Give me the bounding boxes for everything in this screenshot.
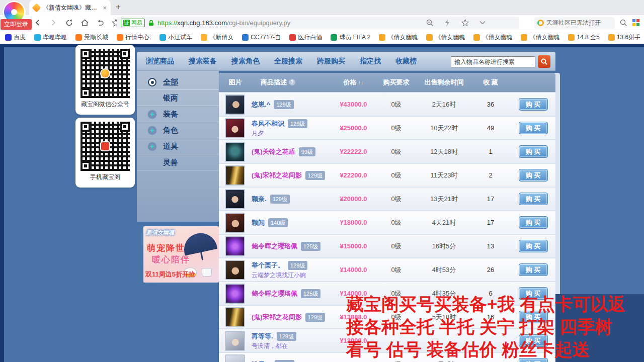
category-item[interactable]: 全部: [137, 74, 219, 90]
item-name[interactable]: 鲍令晖之璎珞佩: [252, 290, 297, 297]
bookmark-item[interactable]: 《新倩女: [201, 33, 233, 42]
item-thumbnail[interactable]: [225, 189, 245, 209]
reload-icon[interactable]: [64, 18, 73, 27]
item-thumbnail[interactable]: [225, 354, 245, 362]
bookmark-item[interactable]: 《倩女幽魂: [473, 33, 512, 42]
goods-row[interactable]: 悠崽.^129级 ¥43000.0 0级 2天16时 36 购买: [219, 93, 555, 116]
back-icon[interactable]: [33, 18, 42, 27]
category-item[interactable]: + 角色: [137, 122, 219, 138]
nav-item[interactable]: 收藏榜: [395, 57, 417, 66]
goods-row[interactable]: 举个栗子。129级 云端梦之境找江小婉 ¥14000.0 0级 4时53分 26…: [219, 258, 555, 281]
tab-close-icon[interactable]: ×: [103, 4, 107, 12]
nav-item[interactable]: 指定找: [360, 57, 381, 66]
level-badge: 125级: [301, 289, 320, 298]
goods-row[interactable]: 颗奈.129级 ¥20000.0 0级 13天21时 17 购买: [219, 188, 555, 210]
tab-favicon-icon: [32, 3, 41, 12]
item-name[interactable]: 颗奈.: [252, 195, 267, 203]
bookmark-item[interactable]: 14.8 全5: [568, 33, 599, 42]
goods-row[interactable]: (鬼)关铃之花盾99级 ¥22222.0 0级 12天18时 1 购买: [219, 140, 555, 163]
nav-item[interactable]: 跨服购买: [317, 57, 345, 66]
item-name[interactable]: 举个栗子。: [252, 261, 284, 269]
buy-button[interactable]: 购买: [519, 263, 548, 276]
bookmark-item[interactable]: 13.6射手: [608, 33, 640, 42]
buy-button[interactable]: 购买: [519, 145, 548, 158]
ad-banner[interactable]: 新倩女幽魂 萌宠降世 暖心陪伴 双11周边5折开抢: [143, 226, 219, 283]
apps-grid-icon[interactable]: [632, 19, 639, 26]
help-icon[interactable]: ?: [289, 79, 295, 85]
item-thumbnail[interactable]: [225, 213, 245, 233]
browser-search-box[interactable]: 天涯社区已无法打开: [534, 17, 615, 29]
item-price: ¥25000.0: [332, 124, 375, 132]
bookmark-star-icon[interactable]: [460, 18, 469, 27]
item-thumbnail[interactable]: [225, 95, 245, 115]
home-icon[interactable]: [80, 18, 89, 27]
item-search-button[interactable]: [538, 55, 550, 68]
item-thumbnail[interactable]: [225, 307, 245, 327]
goods-row[interactable]: 颗闻140级 ¥18000.0 0级 4天21时 17 购买: [219, 211, 555, 234]
bookmark-item[interactable]: 哔哩哔哩: [34, 33, 67, 42]
bookmark-item[interactable]: 《倩女幽魂: [426, 33, 465, 42]
item-thumbnail[interactable]: [225, 142, 245, 162]
buy-button[interactable]: 购买: [519, 98, 548, 111]
new-tab-button[interactable]: +: [116, 2, 121, 12]
item-thumbnail[interactable]: [225, 331, 245, 351]
item-thumbnail[interactable]: [225, 165, 245, 186]
buy-button[interactable]: 购买: [519, 122, 548, 134]
zoom-page-icon[interactable]: [425, 18, 434, 27]
expand-plus-icon: +: [148, 126, 156, 135]
category-item[interactable]: + 装备: [137, 106, 219, 122]
buy-button[interactable]: 购买: [519, 216, 548, 229]
buy-button[interactable]: 购买: [519, 240, 548, 252]
bookmark-item[interactable]: CC7717-自: [242, 33, 281, 42]
bookmark-item[interactable]: 行情中心:: [117, 33, 151, 42]
item-thumbnail[interactable]: [225, 260, 245, 280]
bookmark-item[interactable]: 球员 FIFA 2: [331, 33, 370, 42]
item-search-input[interactable]: [451, 56, 535, 67]
search-magnifier-icon[interactable]: [620, 19, 627, 27]
item-name[interactable]: 颗闻: [252, 219, 265, 226]
chevron-down-icon[interactable]: [478, 18, 487, 27]
category-item[interactable]: 灵兽: [137, 154, 219, 170]
ad-game-logo: 新倩女幽魂: [146, 229, 174, 236]
item-name[interactable]: 春风不相识: [252, 120, 284, 127]
item-name[interactable]: 悠崽.^: [252, 101, 270, 108]
category-item[interactable]: 银两: [137, 90, 219, 106]
item-description: 春风不相识129级 月夕: [252, 119, 332, 137]
bookmark-favicon-icon: [159, 34, 166, 41]
goods-row[interactable]: 春风不相识129级 月夕 ¥25000.0 0级 10天22时 49 购买: [219, 117, 555, 139]
bookmark-item[interactable]: 《倩女幽魂: [521, 33, 559, 42]
undo-icon[interactable]: [96, 18, 105, 27]
goods-row[interactable]: 鲍令晖之璎珞佩125级 ¥15000.0 0级 16时5分 13 购买: [219, 235, 555, 257]
item-name[interactable]: (鬼)宋祁之花间影: [252, 171, 302, 179]
buy-button[interactable]: 购买: [519, 193, 548, 205]
nav-item[interactable]: 搜索角色: [231, 57, 260, 66]
bookmark-item[interactable]: 小汪试车: [159, 33, 192, 42]
item-thumbnail[interactable]: [225, 118, 245, 138]
item-name[interactable]: 再等等.: [252, 332, 273, 340]
bookmark-favicon-icon: [201, 34, 207, 41]
login-badge[interactable]: 立即登录: [1, 19, 32, 30]
price-sort-header[interactable]: 价格↑↓: [332, 78, 375, 87]
extension-lightning-icon[interactable]: [443, 18, 452, 27]
bookmark-item[interactable]: 百度: [5, 33, 26, 42]
forward-icon[interactable]: [49, 18, 58, 27]
bookmark-item[interactable]: 医疗白酒: [289, 33, 322, 42]
item-thumbnail[interactable]: [225, 236, 245, 256]
item-name[interactable]: (鬼)宋祁之花间影: [252, 313, 302, 321]
time-remaining: 4天21时: [418, 218, 470, 227]
item-name[interactable]: 鲍令晖之璎珞佩: [252, 242, 297, 250]
time-remaining: 12天18时: [418, 147, 470, 156]
nav-item[interactable]: 搜索装备: [189, 57, 217, 66]
nav-item[interactable]: 全服搜索: [274, 57, 302, 66]
bookmark-item[interactable]: 《倩女幽魂: [379, 33, 418, 42]
nav-item[interactable]: 浏览商品: [146, 57, 174, 66]
buy-button[interactable]: 购买: [519, 169, 548, 182]
goods-row[interactable]: (鬼)宋祁之花间影129级 ¥22200.0 0级 11天23时 2 购买: [219, 164, 555, 187]
level-badge: 129级: [274, 100, 293, 109]
item-name[interactable]: 松雪〃: [252, 360, 271, 362]
item-name[interactable]: (鬼)关铃之花盾: [252, 148, 295, 155]
browser-tab[interactable]: 《新倩女幽魂》藏宝阁 ×: [29, 0, 111, 15]
category-item[interactable]: + 道具: [137, 138, 219, 154]
item-thumbnail[interactable]: [225, 284, 245, 304]
bookmark-item[interactable]: 景顺长城: [75, 33, 108, 42]
